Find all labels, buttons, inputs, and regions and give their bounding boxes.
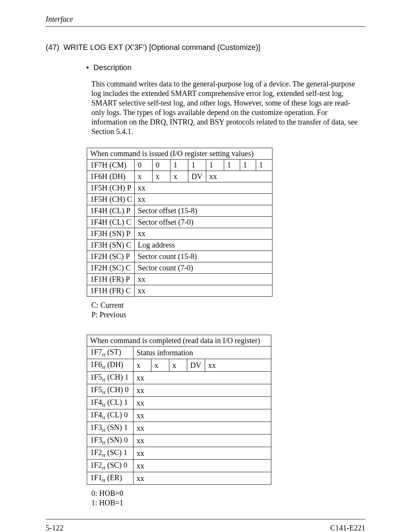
reg-label: 1F2H (SC) C bbox=[87, 262, 135, 274]
bit-cell: x bbox=[153, 171, 170, 182]
reg-value: xx bbox=[134, 472, 271, 485]
table-completed-wrap: When command is completed (read data in … bbox=[87, 335, 365, 485]
table-row: 1F6H (DH) x x x DV xx bbox=[87, 359, 271, 372]
table-row: 1F3H (SN) 0xx bbox=[87, 435, 271, 447]
reg-label: 1F4H (CL) 1 bbox=[87, 397, 134, 409]
table-completed: When command is completed (read data in … bbox=[87, 335, 271, 485]
section-name: WRITE LOG EXT (X'3F') [Optional command … bbox=[64, 43, 260, 51]
legend-line: 0: HOB=0 bbox=[91, 489, 365, 498]
table-row: 1F4H (CL) 1xx bbox=[87, 397, 271, 409]
table-title: When command is completed (read data in … bbox=[87, 335, 271, 347]
reg-value: xx bbox=[134, 409, 271, 422]
legend-line: P: Previous bbox=[91, 310, 365, 320]
bit-cell: DV bbox=[188, 171, 206, 182]
table-row: 1F7H (CM) 0 0 1 1 1 1 1 1 bbox=[87, 160, 272, 171]
reg-label: 1F5H (CH) 0 bbox=[87, 384, 134, 397]
reg-value: xx bbox=[135, 194, 272, 205]
reg-value: xx bbox=[134, 397, 271, 409]
reg-label: 1F2H (SC) P bbox=[87, 251, 135, 262]
reg-value: xx bbox=[134, 447, 271, 460]
section-number: (47) bbox=[46, 43, 59, 52]
reg-value: Sector offset (7-0) bbox=[135, 217, 272, 228]
table-row: 1F4H (CL) 0xx bbox=[87, 409, 271, 422]
bit-cell: DV bbox=[187, 359, 205, 372]
legend-line: 1: HOB=1 bbox=[91, 498, 365, 508]
reg-label: 1F5H (CH) 1 bbox=[87, 372, 134, 384]
reg-label: 1F4H (CL) P bbox=[87, 205, 135, 217]
doc-code: C141-E221 bbox=[330, 523, 365, 532]
reg-label: 1F3H (SN) P bbox=[87, 228, 135, 240]
bit-cell: 1 bbox=[256, 160, 272, 171]
table-issued-wrap: When command is issued (I/O register set… bbox=[87, 148, 365, 297]
reg-label: 1F6H (DH) bbox=[87, 171, 135, 182]
table-row: 1F5H (CH) 1xx bbox=[87, 372, 271, 384]
bit-cell: 1 bbox=[240, 160, 256, 171]
table-row: 1F5H (CH) Pxx bbox=[87, 182, 272, 194]
reg-label: 1F4H (CL) 0 bbox=[87, 409, 134, 422]
table-row: 1F2H (SC) 1xx bbox=[87, 447, 271, 460]
legend-completed: 0: HOB=0 1: HOB=1 bbox=[91, 489, 365, 508]
bullet-description: • Description bbox=[84, 63, 365, 72]
table-row: 1F3H (SN) 1xx bbox=[87, 422, 271, 435]
reg-label: 1F1H (ER) bbox=[87, 472, 134, 485]
table-row: 1F7H (ST) Status information bbox=[87, 347, 271, 359]
bit-cell: x bbox=[169, 359, 187, 372]
reg-value: Sector count (7-0) bbox=[135, 262, 272, 274]
bit-cell: x bbox=[170, 171, 188, 182]
reg-label: 1F7H (ST) bbox=[87, 347, 134, 359]
table-row: 1F5H (CH) Cxx bbox=[87, 194, 272, 205]
bit-cell: 0 bbox=[135, 160, 153, 171]
reg-value: xx bbox=[134, 384, 271, 397]
description-paragraph: This command writes data to the general-… bbox=[91, 79, 362, 136]
table-row: 1F2H (SC) PSector count (15-8) bbox=[87, 251, 272, 262]
reg-value: xx bbox=[134, 422, 271, 435]
table-row: 1F4H (CL) PSector offset (15-8) bbox=[87, 205, 272, 217]
reg-value: xx bbox=[135, 182, 272, 194]
running-header: Interface bbox=[46, 14, 365, 27]
table-row: 1F3H (SN) Pxx bbox=[87, 228, 272, 240]
table-row: 1F5H (CH) 0xx bbox=[87, 384, 271, 397]
reg-label: 1F3H (SN) 0 bbox=[87, 435, 134, 447]
table-row: 1F1H (ER)xx bbox=[87, 472, 271, 485]
reg-label: 1F5H (CH) C bbox=[87, 194, 135, 205]
reg-value: xx bbox=[135, 274, 272, 285]
bit-cell: 1 bbox=[170, 160, 188, 171]
bit-cell: x bbox=[151, 359, 169, 372]
table-title: When command is issued (I/O register set… bbox=[87, 148, 272, 160]
legend-issued: C: Current P: Previous bbox=[91, 300, 365, 320]
section-title: (47) WRITE LOG EXT (X'3F') [Optional com… bbox=[46, 43, 365, 52]
reg-value: xx bbox=[135, 228, 272, 240]
reg-label: 1F1H (FR) P bbox=[87, 274, 135, 285]
bit-cell: xx bbox=[205, 359, 271, 372]
table-row: 1F4H (CL) CSector offset (7-0) bbox=[87, 217, 272, 228]
reg-value: xx bbox=[134, 435, 271, 447]
reg-value: xx bbox=[134, 460, 271, 472]
reg-label: 1F6H (DH) bbox=[87, 359, 134, 372]
page-number: 5-122 bbox=[46, 523, 64, 532]
table-row: 1F3H (SN) CLog address bbox=[87, 240, 272, 251]
table-row: When command is completed (read data in … bbox=[87, 335, 271, 347]
bit-cell: 1 bbox=[206, 160, 224, 171]
table-row: 1F1H (FR) Cxx bbox=[87, 285, 272, 297]
page-footer: 5-122 C141-E221 bbox=[46, 519, 365, 532]
bullet-label: Description bbox=[94, 63, 132, 72]
reg-label: 1F1H (FR) C bbox=[87, 285, 135, 297]
bit-cell: x bbox=[134, 359, 151, 372]
reg-label: 1F5H (CH) P bbox=[87, 182, 135, 194]
table-row: 1F6H (DH) x x x DV xx bbox=[87, 171, 272, 182]
reg-label: 1F2H (SC) 1 bbox=[87, 447, 134, 460]
legend-line: C: Current bbox=[91, 300, 365, 310]
table-row: 1F2H (SC) CSector count (7-0) bbox=[87, 262, 272, 274]
reg-label: 1F3H (SN) C bbox=[87, 240, 135, 251]
bullet-icon: • bbox=[84, 63, 91, 72]
table-issued: When command is issued (I/O register set… bbox=[87, 148, 272, 297]
reg-value: Status information bbox=[134, 347, 271, 359]
reg-value: xx bbox=[135, 285, 272, 297]
reg-value: Log address bbox=[135, 240, 272, 251]
bit-cell: 1 bbox=[188, 160, 206, 171]
reg-label: 1F3H (SN) 1 bbox=[87, 422, 134, 435]
reg-label: 1F7H (CM) bbox=[87, 160, 135, 171]
bit-cell: 0 bbox=[153, 160, 170, 171]
table-row: When command is issued (I/O register set… bbox=[87, 148, 272, 160]
table-row: 1F2H (SC) 0xx bbox=[87, 460, 271, 472]
